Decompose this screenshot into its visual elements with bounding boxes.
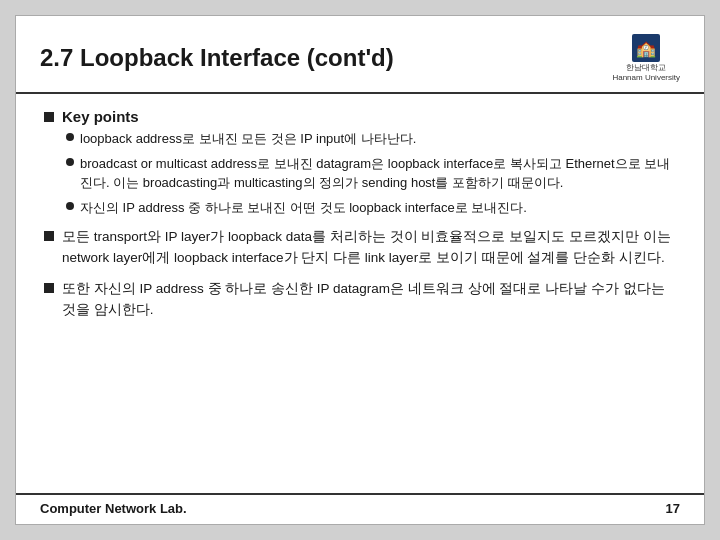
address-section: 또한 자신의 IP address 중 하나로 송신한 IP datagram은… [44,279,676,321]
footer-page-number: 17 [666,501,680,516]
key-points-content: Key points loopback address로 보내진 모든 것은 I… [62,108,676,217]
slide-body: Key points loopback address로 보내진 모든 것은 I… [16,94,704,493]
footer-lab-name: Computer Network Lab. [40,501,187,516]
transport-content: 모든 transport와 IP layer가 loopback data를 처… [62,227,676,269]
key-points-sub-bullets: loopback address로 보내진 모든 것은 IP input에 나타… [66,129,676,217]
sub-bullet-2: broadcast or multicast address로 보내진 data… [66,154,676,193]
address-content: 또한 자신의 IP address 중 하나로 송신한 IP datagram은… [62,279,676,321]
slide-footer: Computer Network Lab. 17 [16,493,704,524]
sub-bullet-3-text: 자신의 IP address 중 하나로 보내진 어떤 것도 loopback … [80,198,527,218]
sub-bullet-dot-2-icon [66,158,74,166]
address-text: 또한 자신의 IP address 중 하나로 송신한 IP datagram은… [62,281,665,317]
key-points-label: Key points [62,108,676,125]
sub-bullet-dot-3-icon [66,202,74,210]
sub-bullet-dot-1-icon [66,133,74,141]
slide: 2.7 Loopback Interface (cont'd) 🏫 한남대학교 … [15,15,705,525]
bullet-square-transport-icon [44,231,54,241]
sub-bullet-1: loopback address로 보내진 모든 것은 IP input에 나타… [66,129,676,149]
university-logo: 🏫 한남대학교 Hannam University [612,34,680,82]
svg-text:🏫: 🏫 [636,39,656,58]
logo-text: 한남대학교 Hannam University [612,63,680,82]
slide-header: 2.7 Loopback Interface (cont'd) 🏫 한남대학교 … [16,16,704,94]
sub-bullet-1-text: loopback address로 보내진 모든 것은 IP input에 나타… [80,129,416,149]
logo-emblem-icon: 🏫 [632,34,660,62]
slide-title: 2.7 Loopback Interface (cont'd) [40,44,394,72]
sub-bullet-2-text: broadcast or multicast address로 보내진 data… [80,154,676,193]
sub-bullet-3: 자신의 IP address 중 하나로 보내진 어떤 것도 loopback … [66,198,676,218]
bullet-square-icon [44,112,54,122]
transport-text: 모든 transport와 IP layer가 loopback data를 처… [62,229,671,265]
transport-section: 모든 transport와 IP layer가 loopback data를 처… [44,227,676,269]
key-points-section: Key points loopback address로 보내진 모든 것은 I… [44,108,676,217]
bullet-square-address-icon [44,283,54,293]
